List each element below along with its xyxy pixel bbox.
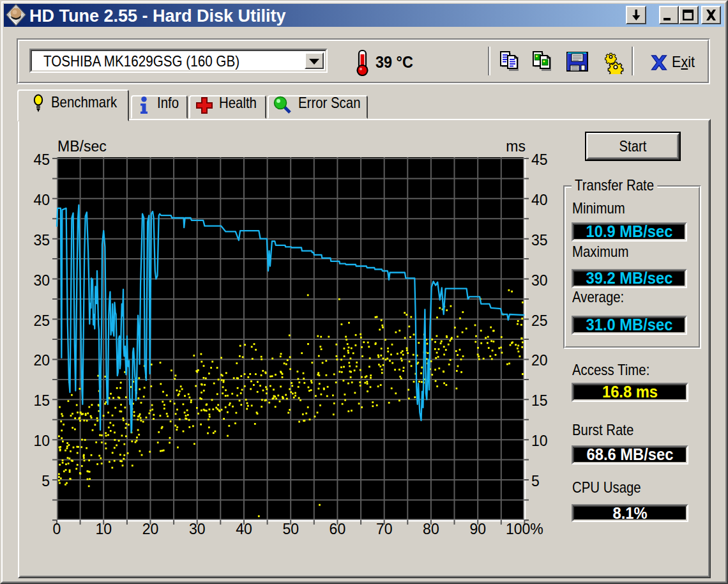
svg-text:80: 80 xyxy=(423,521,439,537)
svg-text:45: 45 xyxy=(33,151,50,168)
svg-text:20: 20 xyxy=(531,352,548,369)
svg-text:5: 5 xyxy=(42,473,50,489)
svg-text:40: 40 xyxy=(531,192,548,208)
svg-text:15: 15 xyxy=(531,392,548,409)
svg-text:25: 25 xyxy=(33,312,50,329)
svg-text:45: 45 xyxy=(531,151,548,168)
svg-text:30: 30 xyxy=(531,272,548,289)
svg-text:100%: 100% xyxy=(506,521,543,537)
svg-text:40: 40 xyxy=(33,192,50,208)
svg-text:10: 10 xyxy=(33,433,50,449)
svg-text:15: 15 xyxy=(33,392,50,409)
svg-text:90: 90 xyxy=(469,521,486,537)
svg-text:35: 35 xyxy=(33,232,50,249)
svg-text:70: 70 xyxy=(376,521,393,537)
svg-text:5: 5 xyxy=(531,473,540,489)
svg-text:50: 50 xyxy=(282,521,299,537)
svg-text:MB/sec: MB/sec xyxy=(57,138,107,155)
svg-text:20: 20 xyxy=(33,352,50,369)
svg-text:25: 25 xyxy=(531,312,548,329)
svg-text:ms: ms xyxy=(506,138,526,155)
svg-text:40: 40 xyxy=(236,521,252,537)
svg-text:35: 35 xyxy=(531,232,548,249)
svg-text:0: 0 xyxy=(53,521,61,537)
svg-text:10: 10 xyxy=(531,433,548,449)
svg-text:30: 30 xyxy=(189,521,206,537)
svg-text:10: 10 xyxy=(95,521,112,537)
svg-text:60: 60 xyxy=(330,521,346,537)
svg-text:20: 20 xyxy=(142,521,159,537)
svg-text:30: 30 xyxy=(33,272,50,289)
